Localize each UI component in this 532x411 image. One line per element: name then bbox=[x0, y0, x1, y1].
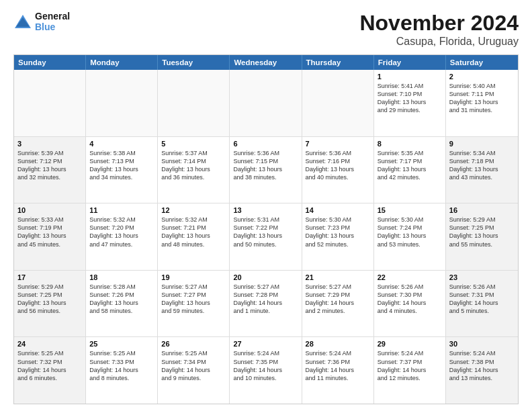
main-title: November 2024 bbox=[359, 11, 519, 36]
subtitle: Casupa, Florida, Uruguay bbox=[359, 36, 519, 48]
day-info: Sunrise: 5:32 AM Sunset: 7:21 PM Dayligh… bbox=[161, 216, 226, 248]
calendar-day-25: 25Sunrise: 5:25 AM Sunset: 7:33 PM Dayli… bbox=[86, 337, 158, 404]
calendar-day-empty bbox=[230, 70, 302, 136]
day-number: 12 bbox=[161, 206, 226, 214]
day-info: Sunrise: 5:25 AM Sunset: 7:34 PM Dayligh… bbox=[161, 349, 226, 382]
day-info: Sunrise: 5:24 AM Sunset: 7:36 PM Dayligh… bbox=[306, 349, 370, 382]
calendar-header: SundayMondayTuesdayWednesdayThursdayFrid… bbox=[14, 55, 518, 70]
calendar-day-15: 15Sunrise: 5:30 AM Sunset: 7:24 PM Dayli… bbox=[374, 203, 446, 270]
calendar-day-11: 11Sunrise: 5:32 AM Sunset: 7:20 PM Dayli… bbox=[86, 203, 158, 270]
header-day-saturday: Saturday bbox=[446, 55, 518, 70]
day-number: 29 bbox=[378, 340, 442, 348]
title-block: November 2024 Casupa, Florida, Uruguay bbox=[359, 11, 519, 48]
calendar-week-2: 3Sunrise: 5:39 AM Sunset: 7:12 PM Daylig… bbox=[14, 137, 518, 204]
day-number: 9 bbox=[449, 140, 515, 148]
day-number: 15 bbox=[378, 206, 442, 214]
calendar-day-21: 21Sunrise: 5:27 AM Sunset: 7:29 PM Dayli… bbox=[302, 271, 374, 337]
day-number: 16 bbox=[449, 206, 515, 214]
header-day-tuesday: Tuesday bbox=[158, 55, 230, 70]
page: General Blue November 2024 Casupa, Flori… bbox=[0, 0, 532, 411]
day-number: 28 bbox=[306, 340, 370, 348]
calendar-day-23: 23Sunrise: 5:26 AM Sunset: 7:31 PM Dayli… bbox=[446, 271, 518, 337]
day-number: 23 bbox=[449, 273, 515, 281]
header-day-sunday: Sunday bbox=[14, 55, 86, 70]
calendar-week-1: 1Sunrise: 5:41 AM Sunset: 7:10 PM Daylig… bbox=[14, 70, 518, 137]
logo: General Blue bbox=[13, 11, 70, 32]
calendar-body: 1Sunrise: 5:41 AM Sunset: 7:10 PM Daylig… bbox=[14, 70, 518, 404]
calendar-day-28: 28Sunrise: 5:24 AM Sunset: 7:36 PM Dayli… bbox=[302, 337, 374, 404]
calendar-day-10: 10Sunrise: 5:33 AM Sunset: 7:19 PM Dayli… bbox=[14, 203, 86, 270]
calendar-day-14: 14Sunrise: 5:30 AM Sunset: 7:23 PM Dayli… bbox=[302, 203, 374, 270]
day-info: Sunrise: 5:39 AM Sunset: 7:12 PM Dayligh… bbox=[17, 149, 82, 182]
day-number: 11 bbox=[89, 206, 154, 214]
day-number: 5 bbox=[161, 140, 226, 148]
calendar-day-13: 13Sunrise: 5:31 AM Sunset: 7:22 PM Dayli… bbox=[230, 203, 302, 270]
day-number: 1 bbox=[378, 73, 442, 81]
calendar-day-5: 5Sunrise: 5:37 AM Sunset: 7:14 PM Daylig… bbox=[158, 137, 230, 203]
day-number: 10 bbox=[17, 206, 82, 214]
calendar-day-12: 12Sunrise: 5:32 AM Sunset: 7:21 PM Dayli… bbox=[158, 203, 230, 270]
day-info: Sunrise: 5:36 AM Sunset: 7:16 PM Dayligh… bbox=[306, 149, 370, 182]
day-info: Sunrise: 5:38 AM Sunset: 7:13 PM Dayligh… bbox=[89, 149, 154, 182]
calendar-day-empty bbox=[158, 70, 230, 136]
calendar: SundayMondayTuesdayWednesdayThursdayFrid… bbox=[13, 54, 519, 404]
day-number: 8 bbox=[378, 140, 442, 148]
day-number: 17 bbox=[17, 273, 82, 281]
day-info: Sunrise: 5:30 AM Sunset: 7:24 PM Dayligh… bbox=[378, 216, 442, 248]
calendar-day-9: 9Sunrise: 5:34 AM Sunset: 7:18 PM Daylig… bbox=[446, 137, 518, 203]
day-info: Sunrise: 5:27 AM Sunset: 7:28 PM Dayligh… bbox=[233, 283, 298, 316]
day-number: 2 bbox=[449, 73, 515, 81]
day-info: Sunrise: 5:26 AM Sunset: 7:30 PM Dayligh… bbox=[378, 283, 442, 316]
day-info: Sunrise: 5:34 AM Sunset: 7:18 PM Dayligh… bbox=[449, 149, 515, 182]
calendar-day-16: 16Sunrise: 5:29 AM Sunset: 7:25 PM Dayli… bbox=[446, 203, 518, 270]
day-info: Sunrise: 5:36 AM Sunset: 7:15 PM Dayligh… bbox=[233, 149, 298, 182]
calendar-day-3: 3Sunrise: 5:39 AM Sunset: 7:12 PM Daylig… bbox=[14, 137, 86, 203]
day-number: 27 bbox=[233, 340, 298, 348]
day-info: Sunrise: 5:27 AM Sunset: 7:29 PM Dayligh… bbox=[306, 283, 370, 316]
day-info: Sunrise: 5:37 AM Sunset: 7:14 PM Dayligh… bbox=[161, 149, 226, 182]
calendar-day-7: 7Sunrise: 5:36 AM Sunset: 7:16 PM Daylig… bbox=[302, 137, 374, 203]
day-info: Sunrise: 5:40 AM Sunset: 7:11 PM Dayligh… bbox=[449, 82, 515, 115]
day-number: 14 bbox=[306, 206, 370, 214]
header-day-monday: Monday bbox=[86, 55, 158, 70]
day-info: Sunrise: 5:30 AM Sunset: 7:23 PM Dayligh… bbox=[306, 216, 370, 248]
day-info: Sunrise: 5:31 AM Sunset: 7:22 PM Dayligh… bbox=[233, 216, 298, 248]
day-number: 18 bbox=[89, 273, 154, 281]
logo-text: General Blue bbox=[35, 11, 70, 32]
day-info: Sunrise: 5:29 AM Sunset: 7:25 PM Dayligh… bbox=[17, 283, 82, 316]
calendar-day-empty bbox=[14, 70, 86, 136]
logo-icon bbox=[13, 13, 32, 30]
header-day-friday: Friday bbox=[374, 55, 446, 70]
day-info: Sunrise: 5:25 AM Sunset: 7:32 PM Dayligh… bbox=[17, 349, 82, 382]
day-number: 21 bbox=[306, 273, 370, 281]
day-number: 7 bbox=[306, 140, 370, 148]
calendar-week-5: 24Sunrise: 5:25 AM Sunset: 7:32 PM Dayli… bbox=[14, 337, 518, 404]
day-number: 30 bbox=[449, 340, 515, 348]
calendar-day-30: 30Sunrise: 5:24 AM Sunset: 7:38 PM Dayli… bbox=[446, 337, 518, 404]
calendar-day-8: 8Sunrise: 5:35 AM Sunset: 7:17 PM Daylig… bbox=[374, 137, 446, 203]
day-info: Sunrise: 5:26 AM Sunset: 7:31 PM Dayligh… bbox=[449, 283, 515, 316]
day-number: 25 bbox=[89, 340, 154, 348]
day-number: 19 bbox=[161, 273, 226, 281]
day-info: Sunrise: 5:28 AM Sunset: 7:26 PM Dayligh… bbox=[89, 283, 154, 316]
calendar-day-22: 22Sunrise: 5:26 AM Sunset: 7:30 PM Dayli… bbox=[374, 271, 446, 337]
day-info: Sunrise: 5:35 AM Sunset: 7:17 PM Dayligh… bbox=[378, 149, 442, 182]
day-number: 4 bbox=[89, 140, 154, 148]
calendar-day-27: 27Sunrise: 5:24 AM Sunset: 7:35 PM Dayli… bbox=[230, 337, 302, 404]
day-info: Sunrise: 5:24 AM Sunset: 7:38 PM Dayligh… bbox=[449, 349, 515, 382]
calendar-week-4: 17Sunrise: 5:29 AM Sunset: 7:25 PM Dayli… bbox=[14, 271, 518, 338]
day-info: Sunrise: 5:41 AM Sunset: 7:10 PM Dayligh… bbox=[378, 82, 442, 115]
calendar-day-6: 6Sunrise: 5:36 AM Sunset: 7:15 PM Daylig… bbox=[230, 137, 302, 203]
day-info: Sunrise: 5:24 AM Sunset: 7:35 PM Dayligh… bbox=[233, 349, 298, 382]
day-info: Sunrise: 5:25 AM Sunset: 7:33 PM Dayligh… bbox=[89, 349, 154, 382]
calendar-day-4: 4Sunrise: 5:38 AM Sunset: 7:13 PM Daylig… bbox=[86, 137, 158, 203]
header-day-wednesday: Wednesday bbox=[230, 55, 302, 70]
day-info: Sunrise: 5:33 AM Sunset: 7:19 PM Dayligh… bbox=[17, 216, 82, 248]
day-number: 20 bbox=[233, 273, 298, 281]
svg-marker-1 bbox=[16, 17, 30, 27]
calendar-day-19: 19Sunrise: 5:27 AM Sunset: 7:27 PM Dayli… bbox=[158, 271, 230, 337]
day-number: 13 bbox=[233, 206, 298, 214]
header: General Blue November 2024 Casupa, Flori… bbox=[13, 11, 519, 48]
calendar-day-1: 1Sunrise: 5:41 AM Sunset: 7:10 PM Daylig… bbox=[374, 70, 446, 136]
day-number: 6 bbox=[233, 140, 298, 148]
